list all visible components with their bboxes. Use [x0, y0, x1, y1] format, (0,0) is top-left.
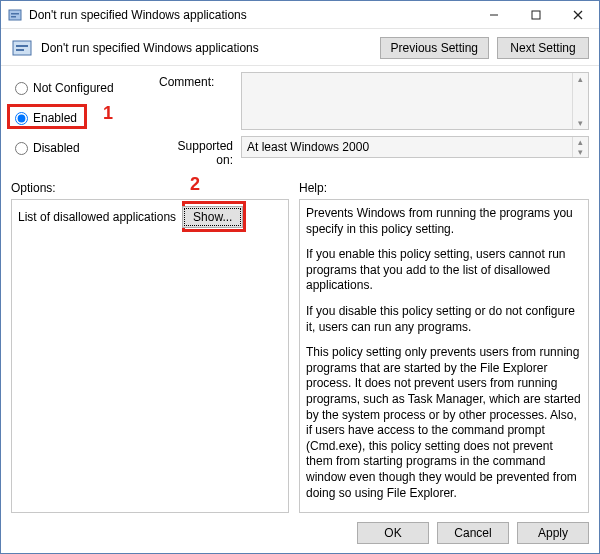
radio-group: Not Configured Enabled Disabled 1: [11, 72, 159, 173]
next-setting-button[interactable]: Next Setting: [497, 37, 589, 59]
options-box: 2 List of disallowed applications Show..…: [11, 199, 289, 513]
radio-not-configured-input[interactable]: [15, 82, 28, 95]
radio-disabled[interactable]: Disabled: [11, 135, 159, 161]
help-paragraph: If you enable this policy setting, users…: [306, 247, 582, 294]
scroll-down-icon[interactable]: ▾: [573, 117, 588, 129]
close-button[interactable]: [557, 1, 599, 29]
maximize-button[interactable]: [515, 1, 557, 29]
radio-enabled-label: Enabled: [33, 111, 77, 125]
scroll-up-icon[interactable]: ▴: [573, 73, 588, 85]
svg-rect-9: [16, 49, 24, 51]
minimize-button[interactable]: [473, 1, 515, 29]
radio-disabled-label: Disabled: [33, 141, 80, 155]
radio-enabled[interactable]: Enabled: [11, 105, 159, 131]
header: Don't run specified Windows applications…: [1, 29, 599, 66]
policy-icon: [7, 7, 23, 23]
scroll-down-icon[interactable]: ▾: [573, 147, 588, 157]
comment-row: Comment: ▴ ▾: [159, 72, 589, 130]
svg-rect-0: [9, 10, 21, 20]
supported-label: Supported on:: [159, 136, 241, 167]
svg-rect-7: [13, 41, 31, 55]
scroll-up-icon[interactable]: ▴: [573, 137, 588, 147]
cancel-button[interactable]: Cancel: [437, 522, 509, 544]
help-paragraph: Prevents Windows from running the progra…: [306, 206, 582, 237]
supported-input-wrap: At least Windows 2000 ▴ ▾: [241, 136, 589, 158]
svg-rect-8: [16, 45, 28, 47]
help-label: Help:: [299, 177, 589, 199]
mid-section: Options: 2 List of disallowed applicatio…: [1, 173, 599, 513]
titlebar: Don't run specified Windows applications: [1, 1, 599, 29]
fields-column: Comment: ▴ ▾ Supported on: At least Wind…: [159, 72, 589, 173]
supported-row: Supported on: At least Windows 2000 ▴ ▾: [159, 136, 589, 167]
help-box[interactable]: Prevents Windows from running the progra…: [299, 199, 589, 513]
option-item-label: List of disallowed applications: [18, 210, 176, 224]
show-button[interactable]: Show...: [182, 206, 243, 228]
svg-rect-1: [11, 13, 19, 15]
dialog-window: Don't run specified Windows applications…: [0, 0, 600, 554]
previous-setting-button[interactable]: Previous Setting: [380, 37, 489, 59]
options-column: Options: 2 List of disallowed applicatio…: [11, 177, 289, 513]
svg-rect-4: [532, 11, 540, 19]
radio-not-configured-label: Not Configured: [33, 81, 114, 95]
comment-input[interactable]: [242, 73, 572, 129]
supported-scroll: ▴ ▾: [572, 137, 588, 157]
radio-disabled-input[interactable]: [15, 142, 28, 155]
comment-input-wrap: ▴ ▾: [241, 72, 589, 130]
option-row: List of disallowed applications Show...: [18, 206, 282, 228]
help-paragraph: This policy setting only prevents users …: [306, 345, 582, 501]
options-label: Options:: [11, 177, 289, 199]
header-title: Don't run specified Windows applications: [41, 41, 372, 55]
radio-enabled-input[interactable]: [15, 112, 28, 125]
footer: OK Cancel Apply: [1, 513, 599, 553]
ok-button[interactable]: OK: [357, 522, 429, 544]
window-title: Don't run specified Windows applications: [29, 8, 473, 22]
comment-label: Comment:: [159, 72, 241, 89]
svg-rect-2: [11, 16, 16, 18]
apply-button[interactable]: Apply: [517, 522, 589, 544]
policy-large-icon: [11, 37, 33, 59]
help-column: Help: Prevents Windows from running the …: [299, 177, 589, 513]
config-area: Not Configured Enabled Disabled 1 Commen…: [1, 66, 599, 173]
radio-not-configured[interactable]: Not Configured: [11, 75, 159, 101]
supported-value: At least Windows 2000: [242, 137, 572, 157]
comment-scroll: ▴ ▾: [572, 73, 588, 129]
help-paragraph: If you disable this policy setting or do…: [306, 304, 582, 335]
